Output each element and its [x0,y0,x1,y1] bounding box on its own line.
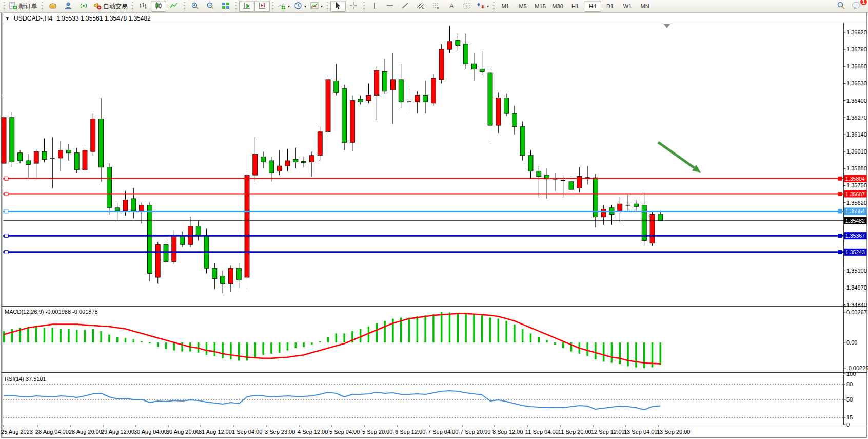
timeframe-M5[interactable]: M5 [514,1,531,12]
candle [42,151,47,159]
timeframe-M30[interactable]: M30 [549,1,566,12]
text-label-button[interactable]: T [459,1,475,12]
auto-scroll-button[interactable] [239,1,254,12]
line-handle-icon[interactable] [838,234,842,238]
line-handle-icon[interactable] [5,192,8,196]
line-chart-button[interactable] [166,1,182,12]
rsi-axis-label: 15 [846,414,853,421]
time-axis-label: 30 Aug 04:00 [134,429,167,435]
new-order-icon [9,2,17,11]
periods-button[interactable]: ▾ [292,1,308,12]
chat-icon [852,1,861,11]
symbol-dropdown-icon[interactable]: ▼ [5,16,10,21]
timeframe-H4[interactable]: H4 [584,1,601,12]
candle [172,237,176,261]
auto-trading-icon [93,2,102,11]
bar-chart-button[interactable] [135,1,151,12]
templates-button[interactable]: ▾ [308,1,325,12]
candle [131,199,136,211]
candle [99,119,104,167]
candle [10,118,14,162]
timeframe-H1[interactable]: H1 [566,1,584,12]
auto-trading-label: 自动交易 [103,2,128,11]
candle [155,244,160,277]
fibonacci-button[interactable]: F [428,1,444,12]
horizontal-line-button[interactable] [382,1,398,12]
line-handle-icon[interactable] [838,250,842,254]
timeframe-M1[interactable]: M1 [497,1,514,12]
candle [212,268,217,278]
arrows-button[interactable]: ▾ [475,1,491,12]
price-axis-label: 1.36400 [846,98,867,104]
candlestick-chart-button[interactable] [151,1,166,12]
chart-canvas[interactable]: 1.369201.367901.366601.365301.364001.362… [0,0,868,439]
auto-trading-button[interactable]: 自动交易 [91,1,130,12]
time-axis-label: 7 Sep 20:00 [460,429,490,435]
search-button[interactable] [833,1,849,12]
candle [650,215,655,243]
timeframe-M15[interactable]: M15 [531,1,549,12]
text-label-icon: T [463,2,471,11]
chart-shift-button[interactable] [254,1,270,12]
price-axis-label: 1.36920 [846,29,867,35]
timeframe-MN[interactable]: MN [636,1,654,12]
rsi-axis-label: 0 [846,422,850,428]
candle [496,98,501,126]
crosshair-button[interactable] [346,1,361,12]
new-order-button[interactable]: 新订单 [7,1,40,12]
candle [366,95,371,100]
indicators-button[interactable]: ▾ [275,1,292,12]
candle [464,44,468,64]
wallet-button[interactable] [45,1,61,12]
time-axis-label: 30 Aug 20:00 [166,429,200,435]
line-handle-icon[interactable] [838,192,842,196]
signal-button[interactable] [76,1,91,12]
price-axis-label: 1.34970 [846,284,867,291]
candle [83,150,87,170]
line-handle-icon[interactable] [838,209,842,213]
timeframe-D1[interactable]: D1 [601,1,619,12]
vertical-line-button[interactable] [367,1,382,12]
profile-button[interactable] [61,1,76,12]
text-button[interactable]: A [444,1,459,12]
price-axis-label: 1.36530 [846,80,867,86]
trendline-button[interactable] [398,1,413,12]
time-axis-label: 1 Sep 04:00 [232,429,262,435]
candle [456,40,460,45]
candle [318,132,322,156]
toolbar-grip [132,2,133,10]
rsi-label: RSI(14) 37.5101 [5,376,46,382]
zoom-in-button[interactable] [187,1,203,12]
main-toolbar: 新订单 自动交易 ▾ ▾ ▾ E F A T ▾ M1M5M15M30H1H4D… [0,0,868,13]
macd-axis-label: 0.002671 [846,309,868,315]
chat-button[interactable]: 1 [849,1,864,12]
toolbar-grip [235,2,237,10]
candle [512,113,517,127]
timeframe-W1[interactable]: W1 [619,1,636,12]
macd-axis-label: 0.00 [846,339,857,346]
template-icon [310,2,319,11]
line-handle-icon[interactable] [838,177,842,180]
cursor-button[interactable] [330,1,346,12]
channel-button[interactable]: E [413,1,428,12]
price-axis-label: 1.35620 [846,200,867,206]
auto-scroll-icon [243,2,251,11]
text-icon: A [447,2,456,11]
time-axis-label: 8 Sep 12:00 [492,429,523,435]
fibonacci-icon: F [432,2,440,11]
rsi-axis-label: 80 [846,381,853,387]
candle [488,73,492,125]
zoom-out-button[interactable] [203,1,218,12]
time-axis-label: 13 Sep 20:00 [657,429,690,435]
price-axis-label: 1.36140 [846,131,867,138]
candle [58,150,63,158]
candle [253,154,258,175]
line-handle-icon[interactable] [5,209,8,213]
line-handle-icon[interactable] [5,177,8,180]
line-handle-icon[interactable] [5,250,8,254]
line-handle-icon[interactable] [5,234,8,238]
price-tag-label: 1.35554 [845,208,865,214]
macd-label: MACD(12,26,9) -0.001988 -0.001878 [5,309,98,315]
tile-windows-button[interactable] [218,1,233,12]
time-axis-label: 31 Aug 12:00 [199,429,232,435]
